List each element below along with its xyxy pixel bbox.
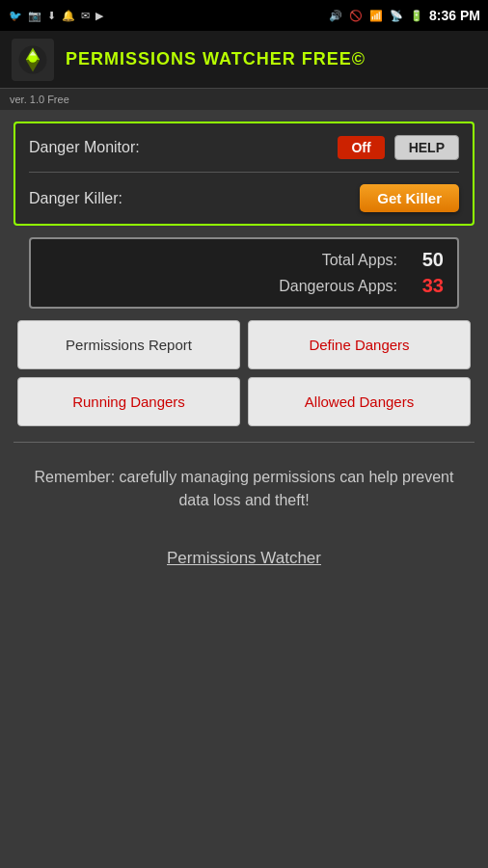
status-bar: 🐦 📷 ⬇ 🔔 ✉ ▶ 🔊 🚫 📶 📡 🔋 8:36 PM [0,0,488,31]
help-button[interactable]: HELP [394,135,459,160]
signal-icon: 📡 [390,10,403,22]
allowed-dangers-button[interactable]: Allowed Dangers [248,377,471,426]
app-header: PERMISSIONS WATCHER FREE© [0,31,488,89]
get-killer-button[interactable]: Get Killer [360,184,459,212]
version-bar: ver. 1.0 Free [0,89,488,110]
app-notification-icon: 🐦 [9,10,22,22]
off-button[interactable]: Off [338,136,384,159]
talk-icon: 🔔 [62,10,75,22]
wifi-icon: 📶 [369,10,383,22]
version-text: ver. 1.0 Free [10,94,69,105]
dangerous-apps-value: 33 [405,275,444,297]
info-message: Remember: carefully managing permissions… [29,466,459,512]
permissions-report-button[interactable]: Permissions Report [17,320,240,369]
battery-icon: 🔋 [410,10,423,22]
stats-panel: Total Apps: 50 Dangerous Apps: 33 [29,237,459,309]
download-icon: ⬇ [47,10,56,22]
status-time: 8:36 PM [429,8,480,23]
total-apps-label: Total Apps: [322,252,397,269]
danger-killer-row: Danger Killer: Get Killer [29,184,459,212]
total-apps-row: Total Apps: 50 [44,249,444,271]
mute-icon: 🚫 [349,10,363,22]
control-panel: Danger Monitor: Off HELP Danger Killer: … [14,122,474,226]
danger-killer-label: Danger Killer: [29,190,350,207]
app-logo [12,39,54,81]
logo-icon [15,42,50,77]
app-link[interactable]: Permissions Watcher [167,549,321,567]
danger-monitor-row: Danger Monitor: Off HELP [29,135,459,160]
photo-icon: 📷 [28,10,41,22]
play-icon: ▶ [95,10,103,22]
section-divider [14,442,474,443]
total-apps-value: 50 [405,249,444,271]
panel-divider [29,172,459,173]
status-right: 🔊 🚫 📶 📡 🔋 8:36 PM [328,8,480,23]
dangerous-apps-label: Dangerous Apps: [279,278,397,295]
running-dangers-button[interactable]: Running Dangers [17,377,240,426]
message-icon: ✉ [81,10,90,22]
info-section: Remember: carefully managing permissions… [14,458,474,576]
main-content: Danger Monitor: Off HELP Danger Killer: … [0,110,488,868]
danger-monitor-label: Danger Monitor: [29,139,328,156]
app-title: PERMISSIONS WATCHER FREE© [66,49,366,69]
action-buttons-grid: Permissions Report Define Dangers Runnin… [14,320,474,426]
dangerous-apps-row: Dangerous Apps: 33 [44,275,444,297]
define-dangers-button[interactable]: Define Dangers [248,320,471,369]
status-icons-left: 🐦 📷 ⬇ 🔔 ✉ ▶ [8,10,104,22]
sound-icon: 🔊 [329,10,342,22]
